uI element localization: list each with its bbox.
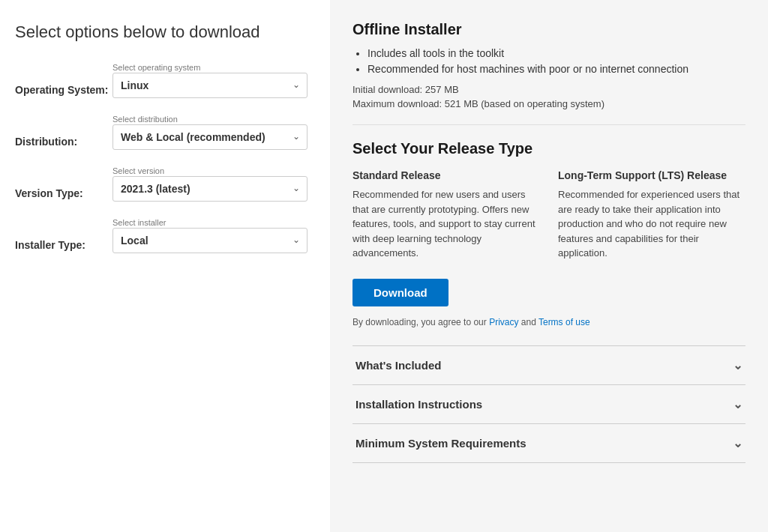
page-title: Select options below to download — [15, 22, 308, 42]
distribution-label: Distribution: — [15, 115, 112, 148]
operating-system-container: Select operating system Linux Windows ma… — [112, 63, 308, 98]
privacy-link[interactable]: Privacy — [489, 317, 518, 327]
version-type-select[interactable]: 2021.3 (latest) 2021.2 2021.1 — [112, 176, 308, 202]
accordion-minimum-requirements-header[interactable]: Minimum System Requirements ⌄ — [352, 424, 746, 462]
bullet-item: Recommended for host machines with poor … — [368, 63, 746, 75]
operating-system-select-label: Select operating system — [112, 63, 308, 72]
distribution-select[interactable]: Web & Local (recommended) Web Local — [112, 124, 308, 150]
standard-release-col: Standard Release Recommended for new use… — [352, 169, 540, 261]
standard-release-description: Recommended for new users and users that… — [352, 187, 540, 261]
installer-type-container: Select installer Local Online ⌄ — [112, 218, 308, 253]
distribution-row: Distribution: Select distribution Web & … — [15, 115, 308, 150]
version-type-select-label: Select version — [112, 166, 308, 175]
operating-system-row: Operating System: Select operating syste… — [15, 63, 308, 98]
section-divider — [352, 124, 746, 125]
distribution-select-label: Select distribution — [112, 115, 308, 124]
accordion-installation-instructions-label: Installation Instructions — [356, 398, 482, 411]
accordion-installation-instructions-header[interactable]: Installation Instructions ⌄ — [352, 385, 746, 423]
maximum-download-info: Maximum download: 521 MB (based on opera… — [352, 98, 746, 109]
operating-system-select[interactable]: Linux Windows macOS — [112, 73, 308, 98]
accordion-whats-included: What's Included ⌄ — [352, 345, 746, 385]
accordion-minimum-requirements-chevron-icon: ⌄ — [733, 436, 742, 450]
initial-download-info: Initial download: 257 MB — [352, 84, 746, 95]
terms-link[interactable]: Terms of use — [538, 317, 590, 327]
left-panel: Select options below to download Operati… — [0, 0, 330, 532]
accordion-list: What's Included ⌄ Installation Instructi… — [352, 345, 746, 463]
accordion-installation-instructions: Installation Instructions ⌄ — [352, 384, 746, 424]
operating-system-wrapper: Select operating system Linux Windows ma… — [112, 63, 308, 98]
installer-type-wrapper: Select installer Local Online ⌄ — [112, 218, 308, 253]
offline-installer-title: Offline Installer — [352, 21, 746, 38]
accordion-minimum-requirements-label: Minimum System Requirements — [356, 437, 526, 450]
lts-release-col: Long-Term Support (LTS) Release Recommen… — [558, 169, 746, 261]
accordion-installation-chevron-icon: ⌄ — [733, 397, 742, 411]
installer-type-row: Installer Type: Select installer Local O… — [15, 218, 308, 253]
operating-system-label: Operating System: — [15, 63, 112, 96]
accordion-minimum-requirements: Minimum System Requirements ⌄ — [352, 423, 746, 463]
legal-and: and — [518, 317, 538, 327]
right-panel: Offline Installer Includes all tools in … — [330, 0, 768, 532]
lts-release-description: Recommended for experienced users that a… — [558, 187, 746, 261]
version-type-wrapper: Select version 2021.3 (latest) 2021.2 20… — [112, 166, 308, 202]
version-type-row: Version Type: Select version 2021.3 (lat… — [15, 166, 308, 202]
installer-type-select[interactable]: Local Online — [112, 228, 308, 253]
release-type-title: Select Your Release Type — [352, 140, 746, 157]
offline-installer-bullets: Includes all tools in the toolkit Recomm… — [368, 47, 746, 75]
distribution-container: Select distribution Web & Local (recomme… — [112, 115, 308, 150]
legal-text: By downloading, you agree to our Privacy… — [352, 317, 746, 327]
legal-prefix: By downloading, you agree to our — [352, 317, 489, 327]
version-type-container: Select version 2021.3 (latest) 2021.2 20… — [112, 166, 308, 202]
bullet-item: Includes all tools in the toolkit — [368, 47, 746, 59]
installer-type-label: Installer Type: — [15, 218, 112, 251]
accordion-whats-included-header[interactable]: What's Included ⌄ — [352, 346, 746, 384]
release-columns: Standard Release Recommended for new use… — [352, 169, 746, 261]
installer-type-select-label: Select installer — [112, 218, 308, 227]
accordion-whats-included-chevron-icon: ⌄ — [733, 358, 742, 372]
distribution-wrapper: Select distribution Web & Local (recomme… — [112, 115, 308, 150]
accordion-whats-included-label: What's Included — [356, 359, 441, 372]
standard-release-title: Standard Release — [352, 169, 540, 181]
lts-release-title: Long-Term Support (LTS) Release — [558, 169, 746, 181]
version-type-label: Version Type: — [15, 166, 112, 199]
download-button[interactable]: Download — [352, 279, 448, 306]
